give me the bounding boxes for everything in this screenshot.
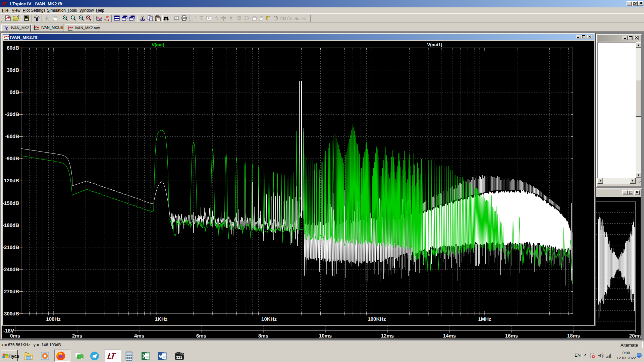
- svg-text:-60dB: -60dB: [5, 134, 19, 139]
- svg-text:-90dB: -90dB: [5, 156, 19, 162]
- svg-text:60dB: 60dB: [7, 45, 19, 51]
- svg-text:-240dB: -240dB: [3, 267, 19, 273]
- svg-text:.op: .op: [300, 17, 306, 21]
- svg-text:1KHz: 1KHz: [155, 316, 168, 322]
- svg-text:-18V: -18V: [3, 328, 14, 334]
- svg-text:-120dB: -120dB: [3, 178, 19, 184]
- svg-text:1MHz: 1MHz: [478, 316, 491, 322]
- svg-text:2ms: 2ms: [72, 333, 82, 339]
- svg-text:W: W: [159, 354, 163, 359]
- svg-text:V(out): V(out): [152, 42, 164, 47]
- svg-text:0dB: 0dB: [10, 89, 19, 95]
- svg-text:0ms: 0ms: [10, 333, 20, 339]
- svg-text:321: 321: [176, 356, 182, 360]
- svg-text:-180dB: -180dB: [3, 223, 19, 228]
- svg-text:8ms: 8ms: [258, 333, 268, 339]
- svg-text:12ms: 12ms: [381, 333, 394, 339]
- svg-text:-270dB: -270dB: [3, 289, 19, 295]
- svg-text:30dB: 30dB: [7, 67, 19, 73]
- svg-text:-30dB: -30dB: [5, 112, 19, 117]
- svg-text:100Hz: 100Hz: [46, 316, 60, 322]
- svg-text:10ms: 10ms: [319, 333, 332, 339]
- svg-text:16ms: 16ms: [505, 333, 518, 339]
- svg-text:20ms: 20ms: [629, 333, 641, 339]
- svg-text:6ms: 6ms: [196, 333, 206, 339]
- svg-text:-150dB: -150dB: [3, 200, 19, 206]
- svg-text:4ms: 4ms: [134, 333, 144, 339]
- svg-text:100KHz: 100KHz: [368, 316, 386, 322]
- svg-text:Aa: Aa: [294, 16, 300, 21]
- svg-text:10KHz: 10KHz: [261, 316, 277, 322]
- svg-text:V(out1): V(out1): [427, 42, 442, 47]
- svg-text:-210dB: -210dB: [3, 245, 19, 250]
- svg-text:18ms: 18ms: [567, 333, 580, 339]
- svg-text:A: A: [208, 17, 210, 20]
- svg-text:14ms: 14ms: [443, 333, 456, 339]
- svg-text:-300dB: -300dB: [3, 311, 19, 317]
